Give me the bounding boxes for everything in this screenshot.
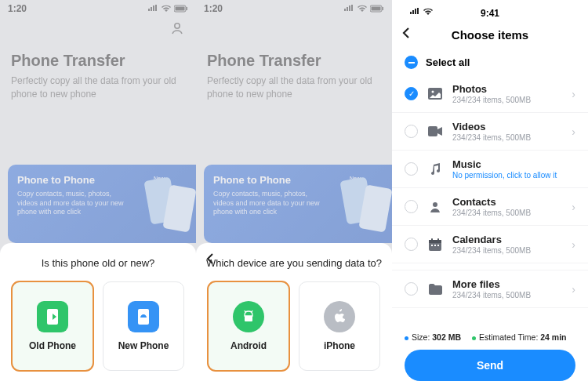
send-button[interactable]: Send — [405, 350, 575, 381]
music-icon — [427, 163, 443, 176]
promo-desc: Copy contacts, music, photos, videos and… — [17, 190, 124, 217]
screen-choose-items: 9:41 Choose items Select all Photos234/2… — [392, 0, 588, 392]
item-detail[interactable]: No permission, click to allow it — [452, 171, 575, 180]
status-time: 9:41 — [481, 8, 499, 19]
item-music[interactable]: MusicNo permission, click to allow it — [392, 151, 588, 188]
page-title: Phone Transfer — [0, 17, 196, 74]
item-detail: 234/234 items, 500MB — [452, 291, 562, 299]
svg-point-3 — [175, 24, 180, 28]
chevron-right-icon: › — [572, 88, 575, 100]
videos-icon — [427, 126, 443, 136]
item-detail: 234/234 items, 500MB — [452, 209, 562, 217]
svg-point-9 — [246, 313, 248, 314]
svg-rect-11 — [245, 316, 252, 321]
item-photos[interactable]: Photos234/234 items, 500MB › — [392, 75, 588, 113]
svg-rect-22 — [437, 245, 439, 246]
page-subtitle: Perfectly copy all the data from your ol… — [196, 74, 392, 101]
footer: Size: 302 MB Estimated Time: 24 min Send — [392, 325, 588, 392]
checkbox-icon[interactable] — [405, 162, 418, 176]
item-detail: 234/234 items, 500MB — [452, 133, 562, 142]
item-name: Photos — [452, 83, 562, 95]
chevron-right-icon: › — [572, 201, 575, 213]
old-phone-icon — [37, 301, 68, 332]
status-icons — [343, 5, 384, 13]
chevron-right-icon: › — [572, 283, 575, 296]
item-detail: 234/234 items, 500MB — [452, 246, 562, 255]
option-new-phone[interactable]: New Phone — [103, 281, 184, 371]
item-more-files[interactable]: More files234/234 items, 500MB › — [392, 270, 588, 308]
item-name: Music — [452, 158, 575, 170]
checkbox-icon[interactable] — [405, 282, 418, 296]
status-bar: 1:20 — [0, 0, 196, 17]
option-old-phone[interactable]: Old Phone — [12, 281, 93, 371]
promo-illustration: New — [327, 176, 392, 234]
option-label: Android — [230, 340, 267, 351]
transfer-meta: Size: 302 MB Estimated Time: 24 min — [405, 332, 575, 342]
status-bar: 1:20 — [196, 0, 392, 17]
svg-rect-2 — [187, 7, 188, 10]
svg-rect-7 — [372, 7, 381, 11]
svg-rect-20 — [431, 245, 433, 246]
svg-rect-8 — [383, 7, 384, 10]
chevron-right-icon: › — [572, 125, 575, 138]
promo-illustration: New — [131, 176, 196, 234]
screen-title: Choose items — [401, 28, 579, 42]
svg-point-15 — [433, 202, 437, 207]
checkbox-icon[interactable] — [405, 238, 418, 251]
back-button[interactable] — [205, 252, 215, 269]
contacts-icon — [427, 201, 443, 213]
screen-old-or-new: 1:20 Phone Transfer Perfectly copy all t… — [0, 0, 196, 392]
item-calendars[interactable]: Calendars234/234 items, 500MB › — [392, 226, 588, 263]
bottom-sheet: Which device are you sending data to? An… — [196, 243, 392, 392]
select-all-toggle[interactable] — [405, 56, 418, 69]
promo-desc: Copy contacts, music, photos, videos and… — [213, 190, 320, 217]
checkbox-icon[interactable] — [405, 87, 418, 100]
promo-card[interactable]: Phone to Phone Copy contacts, music, pho… — [204, 165, 392, 243]
svg-rect-18 — [431, 238, 433, 241]
page-title: Phone Transfer — [196, 17, 392, 74]
sheet-question: Is this phone old or new? — [9, 257, 187, 269]
svg-rect-19 — [437, 238, 439, 241]
checkbox-icon[interactable] — [405, 200, 418, 213]
bottom-sheet: Is this phone old or new? Old Phone New … — [0, 243, 196, 392]
svg-rect-17 — [429, 240, 441, 243]
status-time: 1:20 — [204, 3, 223, 14]
option-android[interactable]: Android — [208, 281, 289, 371]
chevron-right-icon: › — [572, 238, 575, 251]
status-icons — [147, 5, 188, 13]
item-name: Contacts — [452, 196, 562, 208]
select-all-row[interactable]: Select all — [392, 49, 588, 75]
svg-rect-21 — [434, 245, 436, 246]
promo-card[interactable]: Phone to Phone Copy contacts, music, pho… — [8, 165, 196, 243]
item-detail: 234/234 items, 500MB — [452, 96, 562, 104]
item-name: More files — [452, 278, 562, 290]
svg-point-10 — [249, 313, 251, 314]
calendar-icon — [427, 238, 443, 251]
item-list: Photos234/234 items, 500MB › Videos234/2… — [392, 75, 588, 325]
status-bar: 9:41 — [401, 8, 579, 19]
folder-icon — [427, 284, 443, 295]
apple-icon — [324, 301, 355, 332]
option-label: New Phone — [118, 340, 169, 351]
page-subtitle: Perfectly copy all the data from your ol… — [0, 74, 196, 101]
item-contacts[interactable]: Contacts234/234 items, 500MB › — [392, 188, 588, 226]
item-videos[interactable]: Videos234/234 items, 500MB › — [392, 113, 588, 151]
item-name: Calendars — [452, 234, 562, 245]
checkbox-icon[interactable] — [405, 125, 418, 138]
option-label: Old Phone — [29, 340, 76, 351]
status-time: 1:20 — [8, 3, 27, 14]
new-phone-icon — [128, 301, 159, 332]
option-label: iPhone — [324, 340, 355, 351]
svg-rect-1 — [176, 7, 185, 11]
profile-icon[interactable] — [169, 20, 185, 39]
option-iphone[interactable]: iPhone — [299, 281, 380, 371]
screen-target-device: 1:20 Phone Transfer Perfectly copy all t… — [196, 0, 392, 392]
svg-rect-14 — [428, 126, 437, 136]
item-name: Videos — [452, 121, 562, 132]
android-icon — [233, 301, 264, 332]
photos-icon — [427, 88, 443, 100]
sheet-question: Which device are you sending data to? — [205, 257, 383, 269]
select-all-label: Select all — [426, 56, 470, 68]
svg-point-13 — [432, 91, 434, 93]
